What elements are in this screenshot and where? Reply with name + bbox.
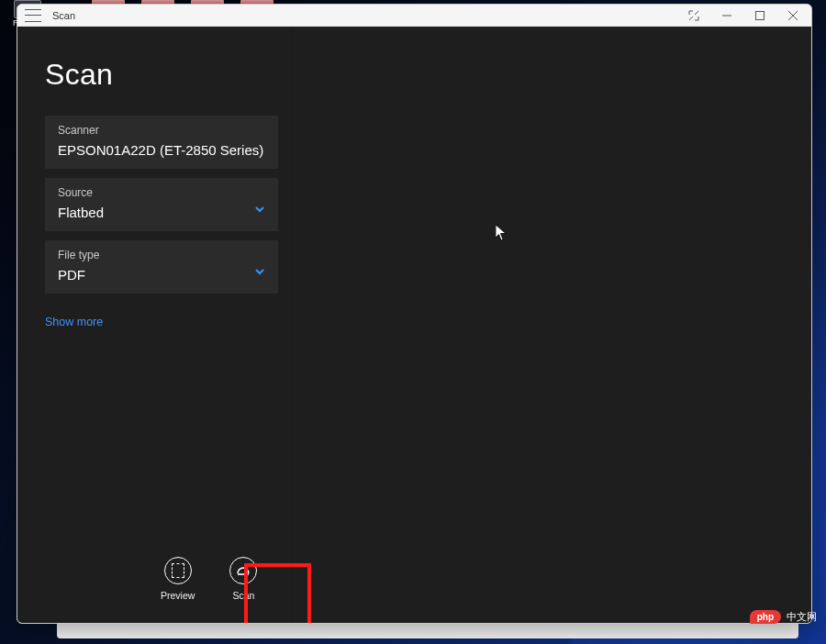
close-button[interactable] [776, 5, 809, 27]
minimize-button[interactable] [710, 5, 743, 27]
window-title: Scan [52, 10, 75, 21]
maximize-button[interactable] [743, 5, 776, 27]
filetype-label: File type [58, 249, 265, 261]
source-dropdown[interactable]: Source Flatbed [45, 178, 278, 231]
client-area: Scan Scanner EPSON01A22D (ET-2850 Series… [17, 27, 811, 623]
sidebar: Scan Scanner EPSON01A22D (ET-2850 Series… [17, 27, 291, 623]
preview-button[interactable]: Preview [161, 557, 195, 601]
chevron-down-icon [254, 202, 265, 218]
watermark-badge: php [750, 610, 781, 624]
hamburger-menu-icon[interactable] [25, 9, 41, 22]
scan-button[interactable]: Scan [229, 557, 257, 601]
watermark-text: 中文网 [787, 610, 817, 624]
scan-app-window: Scan Scan Scanner EPSON01A22D (ET-2850 S… [17, 4, 812, 624]
fullscreen-button[interactable] [677, 5, 710, 27]
chevron-down-icon [254, 264, 265, 281]
scanner-field[interactable]: Scanner EPSON01A22D (ET-2850 Series) [45, 116, 278, 169]
scan-icon [229, 557, 257, 584]
filetype-dropdown[interactable]: File type PDF [45, 240, 278, 294]
preview-pane [291, 27, 811, 623]
preview-icon [164, 557, 192, 584]
scanner-label: Scanner [58, 124, 265, 137]
titlebar: Scan [17, 5, 811, 27]
mouse-cursor-icon [496, 225, 507, 245]
show-more-link[interactable]: Show more [45, 316, 278, 328]
filetype-value: PDF [58, 267, 265, 283]
page-title: Scan [45, 58, 278, 92]
preview-label: Preview [161, 590, 195, 601]
scanner-value: EPSON01A22D (ET-2850 Series) [58, 142, 265, 158]
svg-rect-0 [756, 11, 765, 19]
watermark: php 中文网 [750, 610, 817, 624]
source-label: Source [58, 186, 265, 199]
bottom-actions: Preview Scan [45, 557, 278, 612]
scan-label: Scan [232, 590, 254, 601]
source-value: Flatbed [58, 205, 265, 220]
